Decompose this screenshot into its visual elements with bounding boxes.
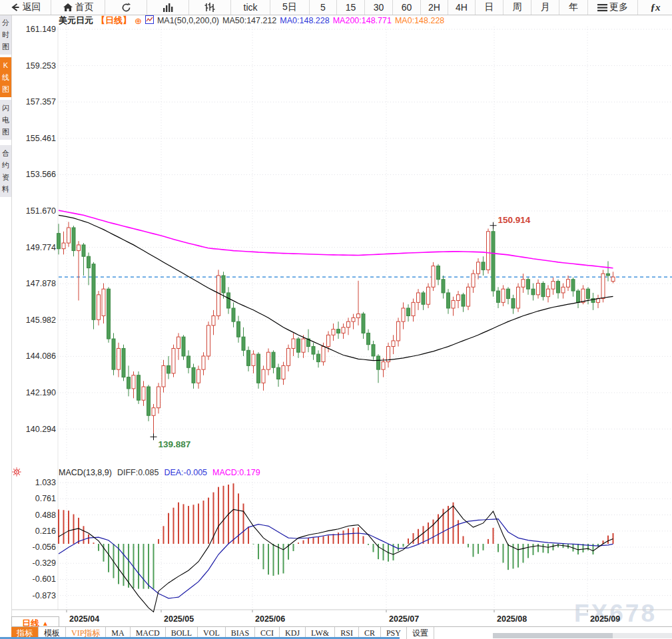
interval-tick[interactable]: tick (231, 0, 270, 15)
back-icon (10, 2, 21, 13)
svg-text:0.216: 0.216 (35, 527, 56, 536)
period-label: 【日线】 (97, 15, 131, 27)
bar-chart-button[interactable] (147, 0, 189, 15)
svg-text:149.774: 149.774 (26, 243, 56, 252)
chart-canvas[interactable]: 161.149159.253157.357155.461153.566151.6… (0, 0, 672, 639)
tab-settings[interactable]: 设置 (407, 627, 434, 639)
menu-icon (597, 3, 607, 12)
interval-30[interactable]: 30 (365, 0, 393, 15)
sidebar-item-contract-info[interactable]: 合约资料 (0, 145, 11, 197)
svg-text:-0.601: -0.601 (33, 574, 56, 584)
back-button[interactable]: 返回 (0, 0, 51, 15)
interval-5[interactable]: 5 (310, 0, 337, 15)
sidebar-item-kline-chart[interactable]: K线图 (0, 57, 11, 97)
interval-4h[interactable]: 4H (448, 0, 476, 15)
svg-text:2025/06: 2025/06 (255, 614, 285, 624)
more-button[interactable]: 更多 (588, 0, 638, 15)
ma-settings-label[interactable]: MA1(50,0,200,0) (157, 16, 219, 25)
price-axis-labels: 161.149159.253157.357155.461153.566151.6… (26, 25, 56, 434)
time-axis-labels: 2025/042025/052025/062025/072025/082025/… (69, 614, 620, 624)
svg-text:142.190: 142.190 (26, 388, 56, 397)
interval-5d[interactable]: 5日 (270, 0, 310, 15)
svg-text:161.149: 161.149 (26, 25, 56, 34)
macd-macd-value: MACD:0.179 (212, 468, 260, 478)
candlestick-button[interactable] (189, 0, 231, 15)
interval-60[interactable]: 60 (393, 0, 421, 15)
interval-day[interactable]: 日 (476, 0, 504, 15)
svg-text:1.033: 1.033 (35, 478, 56, 487)
diff-line (59, 506, 613, 612)
interval-month[interactable]: 月 (531, 0, 559, 15)
home-icon (63, 2, 73, 13)
home-button[interactable]: 首页 (51, 0, 105, 15)
svg-text:0.488: 0.488 (35, 511, 56, 520)
svg-text:144.086: 144.086 (26, 351, 56, 361)
interval-15[interactable]: 15 (337, 0, 365, 15)
svg-text:147.878: 147.878 (26, 279, 56, 288)
macd-diff-value: DIFF:0.085 (117, 468, 159, 478)
top-toolbar: 返回首页tick5日51530602H4H日周月年更多ƒx⊖⊕△▽$模拟 (0, 0, 672, 15)
trading-app-window: 返回首页tick5日51530602H4H日周月年更多ƒx⊖⊕△▽$模拟 分时图… (0, 0, 672, 639)
horizontal-scrollbar-track[interactable] (613, 633, 672, 638)
chart-type-icon[interactable] (145, 15, 154, 26)
svg-text:153.566: 153.566 (26, 170, 56, 179)
svg-text:2025/07: 2025/07 (389, 614, 419, 624)
left-sidebar: 分时图K线图闪电图合约资料 (0, 15, 12, 639)
ma0-orange-value: MA0:148.228 (395, 16, 444, 25)
svg-text:0.761: 0.761 (35, 494, 56, 503)
svg-text:159.253: 159.253 (26, 61, 56, 71)
svg-text:2025/09: 2025/09 (590, 614, 620, 624)
interval-year[interactable]: 年 (559, 0, 588, 15)
chart-header: 美元日元 【日线】 ⊕ MA1(50,0,200,0) MA50:147.212… (59, 15, 444, 26)
svg-text:2025/04: 2025/04 (69, 614, 99, 624)
indicator-fx-button[interactable]: ƒx (638, 0, 672, 15)
ma50-value: MA50:147.212 (222, 16, 276, 25)
interval-week[interactable]: 周 (504, 0, 531, 15)
indicator-settings-icon[interactable] (12, 467, 21, 479)
svg-text:145.982: 145.982 (26, 316, 56, 325)
svg-text:155.461: 155.461 (26, 134, 56, 143)
candlestick-icon (204, 2, 216, 13)
dea-line (59, 519, 613, 598)
ma200-value: MA200:148.771 (333, 16, 392, 25)
horizontal-scrollbar-thumb[interactable] (493, 633, 613, 638)
svg-text:150.914: 150.914 (498, 215, 531, 225)
interval-2h[interactable]: 2H (421, 0, 448, 15)
sidebar-item-time-chart[interactable]: 分时图 (0, 15, 11, 55)
svg-text:-0.056: -0.056 (33, 542, 56, 552)
svg-text:-0.873: -0.873 (33, 591, 56, 600)
svg-text:2025/08: 2025/08 (497, 614, 527, 624)
macd-header: MACD(13,8,9) DIFF:0.085 DEA:-0.005 MACD:… (59, 468, 260, 478)
svg-text:2025/05: 2025/05 (164, 614, 194, 624)
refresh-button[interactable] (105, 0, 147, 15)
macd-histogram (58, 483, 614, 588)
svg-text:-0.329: -0.329 (33, 558, 56, 568)
refresh-icon (121, 2, 132, 13)
svg-text:151.670: 151.670 (26, 206, 56, 216)
candlestick-series (57, 222, 615, 437)
macd-axis-labels: 1.0330.7610.4880.216-0.056-0.329-0.601-0… (33, 478, 57, 600)
bar-chart-icon (162, 2, 174, 13)
svg-text:139.887: 139.887 (159, 439, 191, 449)
macd-dea-value: DEA:-0.005 (164, 468, 207, 478)
ma0-blue-value: MA0:148.228 (280, 16, 329, 25)
symbol-name: 美元日元 (59, 15, 93, 27)
sidebar-item-lightning-chart[interactable]: 闪电图 (0, 100, 11, 140)
svg-text:140.294: 140.294 (26, 425, 56, 434)
add-indicator-icon[interactable]: ⊕ (135, 16, 142, 26)
macd-title[interactable]: MACD(13,8,9) (59, 468, 112, 478)
svg-text:157.357: 157.357 (26, 97, 56, 106)
